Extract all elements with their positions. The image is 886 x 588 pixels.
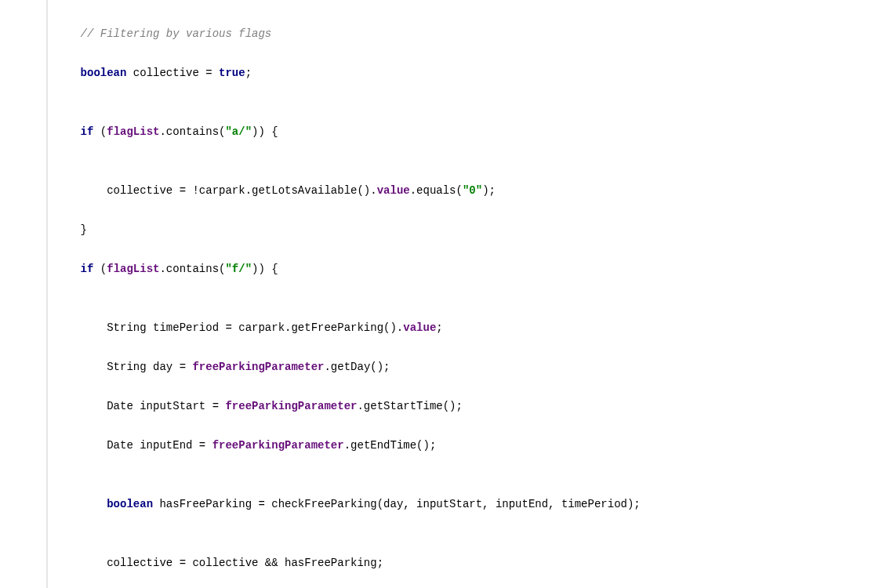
code-line[interactable]: String day = freeParkingParameter.getDay…	[54, 358, 886, 377]
code-line[interactable]: if (flagList.contains("a/")) {	[54, 122, 886, 142]
code-line[interactable]: collective = collective && hasFreeParkin…	[54, 554, 886, 573]
keyword: if	[81, 125, 94, 138]
keyword: boolean	[107, 498, 153, 510]
code-line[interactable]: Date inputStart = freeParkingParameter.g…	[54, 397, 886, 416]
code-text: String day =	[54, 361, 192, 373]
code-line[interactable]: String timePeriod = carpark.getFreeParki…	[54, 318, 886, 338]
code-text: .getEndTime();	[344, 439, 437, 452]
comment-text: // Filtering by various flags	[54, 27, 271, 40]
code-line[interactable]: collective = !carpark.getLotsAvailable()…	[54, 181, 886, 201]
field: freeParkingParameter	[212, 439, 344, 452]
field: flagList	[107, 263, 159, 275]
string: "0"	[463, 184, 482, 197]
field: flagList	[107, 125, 159, 138]
code-line[interactable]: Date inputEnd = freeParkingParameter.get…	[54, 436, 886, 456]
indent	[54, 263, 81, 275]
code-text: String timePeriod = carpark.getFreeParki…	[54, 321, 403, 334]
code-text: collective =	[126, 67, 219, 79]
field: freeParkingParameter	[225, 400, 357, 412]
code-text: .equals(	[410, 184, 463, 197]
keyword: boolean	[81, 67, 127, 79]
code-line[interactable]: if (flagList.contains("f/")) {	[54, 260, 886, 279]
code-line[interactable]: // Filtering by various flags	[54, 24, 886, 44]
string: "a/"	[225, 125, 252, 138]
code-text: )) {	[252, 125, 278, 138]
code-line[interactable]: boolean collective = true;	[54, 64, 886, 83]
literal: true	[219, 67, 245, 79]
code-text: (	[93, 125, 107, 138]
code-text: .getStartTime();	[357, 400, 462, 412]
keyword: if	[81, 263, 94, 275]
code-text: ;	[245, 67, 252, 79]
field: value	[377, 184, 410, 197]
field: freeParkingParameter	[192, 361, 324, 373]
code-text: collective = collective && hasFreeParkin…	[54, 557, 383, 569]
code-editor[interactable]: // Filtering by various flags boolean co…	[48, 0, 886, 588]
indent	[54, 498, 107, 510]
code-text: );	[482, 184, 496, 197]
code-text: .contains(	[159, 125, 225, 138]
code-text: Date inputEnd =	[54, 439, 212, 452]
indent	[54, 125, 81, 138]
code-text: collective = !carpark.getLotsAvailable()…	[54, 184, 377, 197]
code-text: (	[93, 263, 107, 275]
code-line[interactable]: boolean hasFreeParking = checkFreeParkin…	[54, 495, 886, 514]
string: "f/"	[225, 263, 252, 275]
indent	[54, 67, 81, 79]
code-text: Date inputStart =	[54, 400, 225, 412]
field: value	[403, 321, 436, 334]
code-text: }	[54, 223, 87, 236]
code-text: hasFreeParking = checkFreeParking(day, i…	[153, 498, 641, 510]
code-text: .contains(	[159, 263, 225, 275]
editor-gutter	[0, 0, 48, 588]
code-line[interactable]: }	[54, 220, 886, 240]
code-text: )) {	[252, 263, 278, 275]
code-text: ;	[436, 321, 442, 334]
code-text: .getDay();	[324, 361, 390, 373]
